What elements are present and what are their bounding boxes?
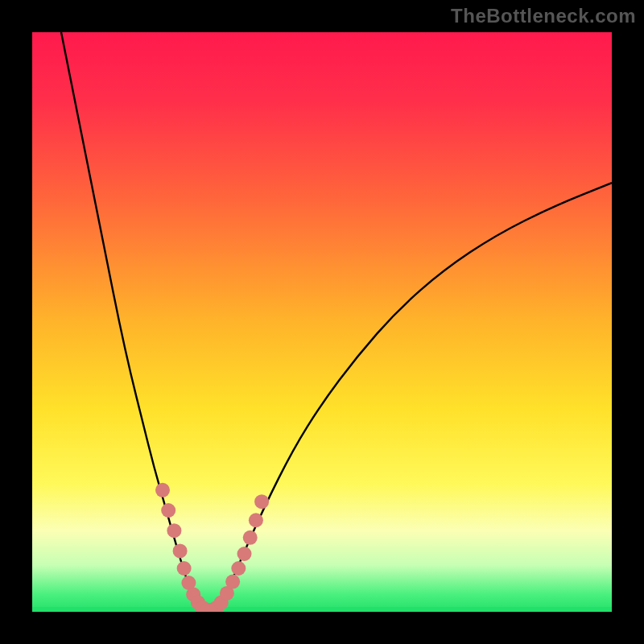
plot-area — [32, 32, 612, 612]
marker-dot — [167, 523, 181, 538]
marker-dot — [231, 561, 246, 576]
marker-dot — [225, 575, 240, 589]
bottleneck-curve — [32, 32, 612, 612]
chart-frame: TheBottleneck.com — [0, 0, 644, 644]
marker-dot — [155, 483, 170, 497]
marker-dot — [237, 547, 252, 561]
marker-dot — [254, 494, 269, 509]
svg-rect-1 — [32, 607, 612, 612]
marker-dot — [249, 513, 263, 527]
baseline-stripe — [32, 607, 612, 612]
curve-path — [61, 32, 612, 611]
marker-dot — [177, 561, 192, 576]
watermark-text: TheBottleneck.com — [451, 5, 636, 27]
marker-dots — [155, 483, 269, 612]
marker-dot — [161, 503, 175, 518]
marker-dot — [173, 543, 188, 558]
marker-dot — [243, 530, 258, 545]
